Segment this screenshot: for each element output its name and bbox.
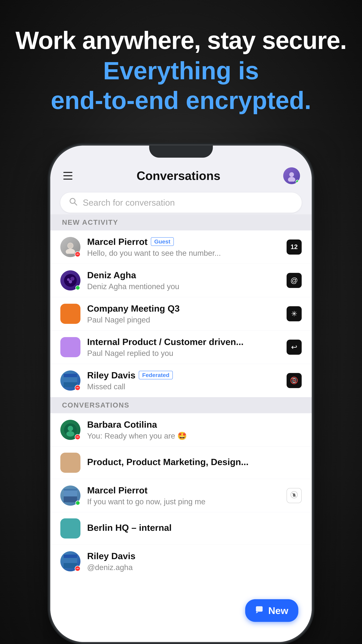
svg-point-10 bbox=[69, 280, 72, 284]
conv-name-row: Company Meeting Q3 bbox=[87, 303, 280, 314]
conv-content: Deniz Agha Deniz Agha mentioned you bbox=[87, 270, 280, 291]
conv-name: Barbara Cotilina bbox=[87, 419, 157, 430]
new-button-label: New bbox=[268, 605, 288, 616]
status-dot-active bbox=[75, 286, 80, 290]
ping-badge: ✳ bbox=[287, 306, 302, 321]
avatar-wrap bbox=[60, 486, 80, 506]
reply-icon: ↩ bbox=[291, 343, 297, 351]
conv-content: Product, Product Marketing, Design... bbox=[87, 457, 302, 469]
conversations-list: NEW ACTIVITY bbox=[50, 214, 312, 642]
conv-content: Berlin HQ – internal bbox=[87, 522, 302, 534]
ping-icon: ✳ bbox=[291, 310, 297, 318]
conv-name-row: Berlin HQ – internal bbox=[87, 522, 302, 533]
new-conversation-button[interactable]: New bbox=[245, 599, 298, 622]
list-item[interactable]: Marcel Pierrot Guest Hello, do you want … bbox=[50, 230, 312, 264]
conv-name: Berlin HQ – internal bbox=[87, 522, 172, 533]
menu-line-2 bbox=[63, 175, 72, 176]
svg-point-1 bbox=[288, 177, 295, 182]
headline-section: Work anywhere, stay secure. Everything i… bbox=[2, 27, 360, 116]
headline-main: Work anywhere, stay secure. bbox=[15, 27, 347, 54]
conv-name-row: Riley Davis Federated bbox=[87, 370, 280, 380]
svg-rect-19 bbox=[64, 496, 77, 502]
svg-point-9 bbox=[70, 277, 74, 281]
user-online-indicator bbox=[296, 180, 299, 184]
conv-name: Riley Davis bbox=[87, 551, 135, 561]
conv-content: Marcel Pierrot If you want to go now, ju… bbox=[87, 485, 280, 506]
federated-badge: Federated bbox=[139, 371, 173, 379]
status-dot-busy bbox=[75, 566, 80, 572]
avatar-wrap bbox=[60, 420, 80, 440]
conv-preview: Hello, do you want to see the number... bbox=[87, 248, 280, 258]
conv-name: Marcel Pierrot bbox=[87, 236, 147, 247]
conv-name: Riley Davis bbox=[87, 370, 135, 380]
conv-name-row: Marcel Pierrot Guest bbox=[87, 236, 280, 247]
conv-preview: If you want to go now, just ping me bbox=[87, 497, 280, 506]
status-dot-busy bbox=[75, 252, 80, 257]
conv-name-row: Marcel Pierrot bbox=[87, 485, 280, 496]
avatar-wrap bbox=[60, 304, 80, 324]
svg-point-6 bbox=[68, 243, 73, 248]
avatar bbox=[60, 453, 80, 473]
list-item[interactable]: Berlin HQ – internal bbox=[50, 512, 312, 545]
avatar-wrap bbox=[60, 551, 80, 572]
unread-count: 12 bbox=[291, 243, 298, 250]
guest-badge: Guest bbox=[151, 237, 174, 246]
list-item[interactable]: Company Meeting Q3 Paul Nagel pinged ✳ bbox=[50, 297, 312, 330]
mention-icon: @ bbox=[291, 276, 298, 284]
list-item[interactable]: Riley Davis Federated Missed call 📵 bbox=[50, 364, 312, 397]
conv-preview: @deniz.agha bbox=[87, 563, 302, 572]
list-item[interactable]: Deniz Agha Deniz Agha mentioned you @ bbox=[50, 264, 312, 297]
avatar bbox=[60, 304, 80, 324]
user-avatar-header[interactable] bbox=[283, 167, 300, 184]
avatar-wrap bbox=[60, 237, 80, 257]
avatar bbox=[60, 518, 80, 538]
status-dot-busy bbox=[75, 434, 80, 440]
list-item[interactable]: Marcel Pierrot If you want to go now, ju… bbox=[50, 479, 312, 512]
reply-badge: ↩ bbox=[287, 340, 302, 355]
conv-name-row: Barbara Cotilina bbox=[87, 419, 302, 430]
section-conversations: CONVERSATIONS bbox=[50, 397, 312, 413]
conv-content: Internal Product / Customer driven... Pa… bbox=[87, 336, 280, 358]
new-activity-list: Marcel Pierrot Guest Hello, do you want … bbox=[50, 230, 312, 397]
conv-preview: Missed call bbox=[87, 382, 280, 391]
unread-badge: 12 bbox=[287, 240, 302, 254]
svg-line-3 bbox=[74, 203, 77, 205]
missed-call-badge: 📵 bbox=[287, 373, 302, 388]
menu-line-3 bbox=[63, 178, 72, 180]
conv-preview: You: Ready when you are 🤩 bbox=[87, 431, 302, 440]
svg-rect-25 bbox=[256, 606, 263, 612]
avatar-wrap bbox=[60, 518, 80, 538]
phone-screen: Conversations Search for conversati bbox=[50, 146, 312, 642]
app-header: Conversations bbox=[50, 162, 312, 189]
list-item[interactable]: Riley Davis @deniz.agha bbox=[50, 545, 312, 578]
svg-point-16 bbox=[66, 431, 74, 436]
avatar-wrap bbox=[60, 270, 80, 290]
conv-name-row: Product, Product Marketing, Design... bbox=[87, 457, 302, 467]
new-chat-icon bbox=[255, 605, 264, 616]
muted-icon bbox=[291, 491, 298, 500]
list-item[interactable]: Product, Product Marketing, Design... bbox=[50, 446, 312, 479]
svg-marker-26 bbox=[256, 612, 258, 613]
mention-badge: @ bbox=[287, 273, 302, 288]
menu-line-1 bbox=[63, 172, 72, 173]
phone-frame: Conversations Search for conversati bbox=[50, 146, 312, 642]
list-item[interactable]: Internal Product / Customer driven... Pa… bbox=[50, 330, 312, 364]
status-dot-active bbox=[75, 500, 80, 505]
avatar bbox=[60, 337, 80, 357]
avatar-wrap bbox=[60, 337, 80, 357]
svg-rect-18 bbox=[64, 490, 77, 496]
notch bbox=[149, 146, 213, 158]
menu-icon[interactable] bbox=[62, 170, 74, 182]
conv-preview: Paul Nagel replied to you bbox=[87, 349, 280, 358]
conv-name: Deniz Agha bbox=[87, 270, 136, 280]
avatar-wrap bbox=[60, 370, 80, 390]
conv-name: Internal Product / Customer driven... bbox=[87, 336, 244, 347]
conv-content: Barbara Cotilina You: Ready when you are… bbox=[87, 419, 302, 440]
svg-point-5 bbox=[66, 249, 75, 254]
status-dot-busy bbox=[75, 385, 80, 390]
conv-preview: Deniz Agha mentioned you bbox=[87, 282, 280, 291]
missed-call-icon: 📵 bbox=[290, 376, 298, 384]
search-bar[interactable]: Search for conversation bbox=[60, 192, 302, 213]
conv-name-row: Internal Product / Customer driven... bbox=[87, 336, 280, 347]
list-item[interactable]: Barbara Cotilina You: Ready when you are… bbox=[50, 413, 312, 446]
